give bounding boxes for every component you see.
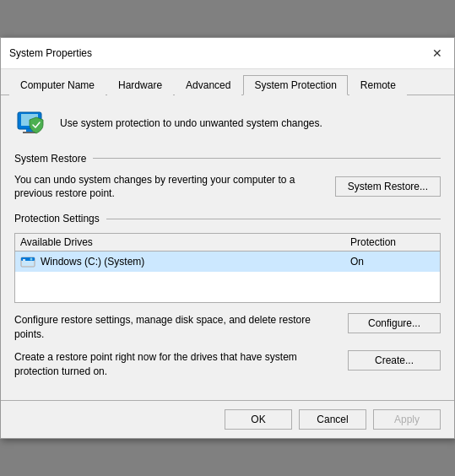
section-divider-2 [106, 219, 441, 219]
system-restore-row: You can undo system changes by reverting… [14, 173, 441, 202]
tab-remote[interactable]: Remote [349, 75, 407, 95]
system-restore-title: System Restore [14, 153, 86, 165]
configure-description: Configure restore settings, manage disk … [14, 313, 348, 342]
col-header-drives: Available Drives [20, 236, 350, 248]
tab-system-protection[interactable]: System Protection [243, 75, 347, 95]
section-divider [93, 158, 441, 159]
create-description: Create a restore point right now for the… [14, 350, 348, 379]
tab-bar: Computer Name Hardware Advanced System P… [1, 69, 454, 95]
ok-button[interactable]: OK [225, 409, 292, 430]
info-banner-text: Use system protection to undo unwanted s… [60, 117, 322, 129]
system-restore-header: System Restore [14, 153, 441, 165]
close-button[interactable]: ✕ [429, 45, 446, 62]
drive-cell: Windows (C:) (System) [20, 254, 350, 269]
tab-content: Use system protection to undo unwanted s… [1, 95, 454, 401]
configure-button[interactable]: Configure... [348, 313, 441, 333]
protection-settings-header: Protection Settings [14, 213, 441, 224]
table-body: Windows (C:) (System) On [15, 252, 440, 302]
col-header-protection: Protection [350, 236, 435, 248]
create-row: Create a restore point right now for the… [14, 350, 441, 379]
tab-advanced[interactable]: Advanced [175, 75, 241, 95]
protection-settings-title: Protection Settings [14, 213, 100, 224]
protection-settings-section: Protection Settings Available Drives Pro… [14, 213, 441, 378]
tab-computer-name[interactable]: Computer Name [9, 75, 106, 95]
system-restore-section: System Restore You can undo system chang… [14, 153, 441, 202]
create-button[interactable]: Create... [348, 350, 441, 371]
system-properties-window: System Properties ✕ Computer Name Hardwa… [0, 37, 455, 440]
protection-status: On [350, 256, 435, 268]
drive-icon [20, 254, 35, 269]
svg-rect-8 [23, 259, 25, 261]
cancel-button[interactable]: Cancel [299, 409, 366, 430]
drive-name: Windows (C:) (System) [41, 256, 144, 268]
system-restore-description: You can undo system changes by reverting… [14, 173, 335, 202]
system-protection-icon [14, 105, 50, 141]
apply-button[interactable]: Apply [373, 409, 441, 430]
dialog-footer: OK Cancel Apply [1, 400, 454, 438]
svg-point-7 [30, 258, 33, 261]
info-banner: Use system protection to undo unwanted s… [14, 105, 441, 141]
system-restore-button[interactable]: System Restore... [335, 176, 441, 197]
table-row[interactable]: Windows (C:) (System) On [15, 252, 440, 272]
title-bar: System Properties ✕ [1, 38, 454, 69]
window-title: System Properties [9, 47, 92, 59]
tab-hardware[interactable]: Hardware [107, 75, 173, 95]
configure-row: Configure restore settings, manage disk … [14, 313, 441, 342]
table-header-row: Available Drives Protection [15, 234, 440, 252]
drives-table: Available Drives Protection [14, 233, 441, 303]
